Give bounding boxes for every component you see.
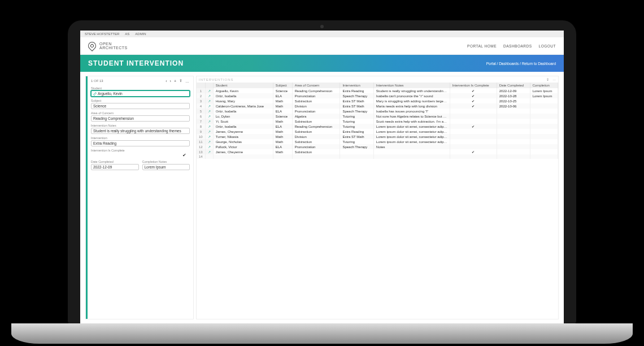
cell-link-icon[interactable]: ↗ — [205, 93, 213, 98]
table-row[interactable]: 9↗James, CheyenneMathSubtractionExtra Re… — [197, 129, 558, 134]
date-completed-input[interactable]: 2022-12-09 — [91, 164, 139, 170]
cell-link-icon[interactable]: ↗ — [205, 144, 213, 149]
pager-add-button[interactable]: + — [173, 79, 177, 83]
cell-link-icon[interactable]: ↗ — [205, 109, 213, 114]
col-notes[interactable]: Intervention Notes — [373, 83, 450, 88]
cell-date — [497, 154, 530, 159]
col-cnotes[interactable]: Completion — [530, 83, 558, 88]
cell-intervention: Speach Therapy — [340, 109, 373, 114]
record-pager: 1 OF 13 ‹ › + ⇪ … — [91, 79, 190, 84]
cell-concern: Reading Comprehension — [292, 124, 340, 129]
cell-notes: Student is really struggling with unders… — [373, 88, 450, 93]
table-export-button[interactable]: ⇪ — [546, 77, 549, 81]
cell-complete — [450, 139, 497, 144]
cell-link-icon[interactable]: ↗ — [205, 134, 213, 139]
cell-student: Arguello, Kevin — [213, 88, 273, 93]
cell-cnotes — [530, 154, 558, 159]
cell-link-icon[interactable]: ↗ — [205, 139, 213, 144]
col-date[interactable]: Date Completed — [497, 83, 530, 88]
table-row[interactable]: 4↗Calderon-Contreras, Maria JoseMathDivi… — [197, 103, 558, 109]
crumb-dashboards[interactable]: Dashboards — [499, 62, 519, 66]
cell-link-icon[interactable]: ↗ — [205, 119, 213, 124]
current-user[interactable]: STEVE HOFSTETTER — [85, 32, 119, 36]
table-row[interactable]: 11↗George, NicholasMathSubtractionTutori… — [197, 139, 558, 144]
camera-notch — [320, 25, 324, 28]
nav-portal-home[interactable]: PORTAL HOME — [467, 44, 497, 48]
concern-label: Area of Concern — [91, 111, 190, 115]
table-toolbar: INTERVENTIONS ⇪ … — [197, 76, 558, 83]
completion-notes-field: Completion Notes Lorem Ipsum — [142, 160, 190, 170]
admin-link[interactable]: ADMIN — [135, 32, 146, 36]
crumb-current[interactable]: Return to Dashboard — [522, 62, 556, 66]
student-input[interactable]: Arguello, Kevin — [91, 90, 190, 97]
cell-link-icon[interactable]: ↗ — [205, 149, 213, 154]
intervention-input[interactable]: Extra Reading — [91, 140, 190, 146]
cell-subject: Science — [273, 88, 292, 93]
cell-concern: Division — [292, 134, 340, 139]
table-row[interactable]: 7↗Yi, ScottMathSubtractionTutoringScott … — [197, 119, 558, 124]
completion-notes-label: Completion Notes — [142, 160, 190, 163]
notes-value: Student is really struggling with unders… — [93, 129, 181, 133]
completion-notes-input[interactable]: Lorem Ipsum — [142, 164, 190, 170]
table-row[interactable]: 8↗Ortiz, IsabellaELAReading Comprehensio… — [197, 124, 558, 129]
table-row[interactable]: 13↗James, CheyenneMathSubtraction✔ — [197, 149, 558, 154]
pager-export-button[interactable]: ⇪ — [179, 79, 183, 83]
brand-logo[interactable]: OPEN ARCHITECTS — [88, 42, 128, 50]
cell-link-icon[interactable]: ↗ — [205, 103, 213, 109]
notes-input[interactable]: Student is really struggling with unders… — [91, 128, 190, 134]
cell-link-icon[interactable]: ↗ — [205, 114, 213, 119]
col-student[interactable]: Student — [213, 83, 273, 88]
col-complete[interactable]: Intervention Is Complete — [450, 83, 497, 88]
pager-prev-button[interactable]: ‹ — [165, 79, 167, 83]
role-switch[interactable]: AS — [125, 32, 129, 36]
student-field: Student Arguello, Kevin — [91, 86, 190, 97]
pager-next-button[interactable]: › — [169, 79, 172, 83]
laptop-frame: STEVE HOFSTETTER AS ADMIN OPEN ARCHITECT… — [68, 20, 576, 326]
pager-more-button[interactable]: … — [185, 79, 190, 83]
cell-date: 2022-10-25 — [497, 98, 530, 103]
cell-link-icon[interactable]: ↗ — [205, 124, 213, 129]
table-row[interactable]: 2↗Ortiz, IsabellaELAPronunciationSpeach … — [197, 93, 558, 98]
col-subject[interactable]: Subject — [273, 83, 292, 88]
nav-dashboards[interactable]: DASHBOARDS — [503, 44, 532, 48]
pager-counter: 1 OF 13 — [91, 79, 103, 83]
col-intervention[interactable]: Intervention — [340, 83, 373, 88]
col-concern[interactable]: Area of Concern — [292, 83, 340, 88]
cell-concern: Subtraction — [292, 139, 340, 144]
table-title: INTERVENTIONS — [199, 78, 546, 81]
table-header-row: Student Subject Area of Concern Interven… — [197, 83, 558, 88]
subject-input[interactable]: Science — [91, 103, 190, 109]
crumb-portal[interactable]: Portal — [486, 62, 496, 66]
nav-logout[interactable]: LOGOUT — [539, 44, 556, 48]
table-row[interactable]: 6↗Lu, DylanScienceAlgebraTutoringNot sur… — [197, 114, 558, 119]
interventions-table: Student Subject Area of Concern Interven… — [197, 83, 558, 159]
col-num[interactable] — [197, 83, 205, 88]
subject-field: Subject Science — [91, 99, 190, 109]
cell-concern: Subtraction — [292, 129, 340, 134]
notes-label: Intervention Notes — [91, 124, 190, 127]
table-row[interactable]: 3↗Huang, MaryMathSubtractionExtra ST Mat… — [197, 98, 558, 103]
cell-complete: ✔ — [450, 124, 497, 129]
cell-link-icon[interactable]: ↗ — [205, 129, 213, 134]
table-row[interactable]: 10↗Turner, NikasiaMathDivisionExtra ST M… — [197, 134, 558, 139]
table-row[interactable]: 12↗Pollock, VictorELAPronunciationSpeach… — [197, 144, 558, 149]
brand-line2: ARCHITECTS — [99, 46, 128, 50]
page-titlebar: STUDENT INTERVENTION Portal / Dashboards… — [80, 55, 564, 72]
cell-cnotes: Lorem Ipsum — [530, 88, 558, 93]
table-scroll[interactable]: Student Subject Area of Concern Interven… — [197, 83, 558, 159]
table-row[interactable]: 1↗Arguello, KevinScienceReading Comprehe… — [197, 88, 558, 93]
concern-input[interactable]: Reading Comprehension — [91, 115, 190, 122]
col-link[interactable] — [205, 83, 213, 88]
cell-student: Huang, Mary — [213, 98, 273, 103]
table-more-button[interactable]: … — [552, 77, 556, 81]
cell-complete: ✔ — [450, 149, 497, 154]
cell-concern: Division — [292, 103, 340, 109]
complete-checkbox[interactable]: ✔ — [91, 153, 190, 158]
cell-link-icon[interactable]: ↗ — [205, 98, 213, 103]
cell-link-icon[interactable] — [205, 154, 213, 159]
table-row[interactable]: 5↗Ortiz, IsabellaELAPronunciationSpeach … — [197, 109, 558, 114]
top-utility-bar: STEVE HOFSTETTER AS ADMIN — [80, 31, 564, 37]
cell-link-icon[interactable]: ↗ — [205, 88, 213, 93]
table-row[interactable]: 14 — [197, 154, 558, 159]
cell-student: James, Cheyenne — [213, 149, 273, 154]
